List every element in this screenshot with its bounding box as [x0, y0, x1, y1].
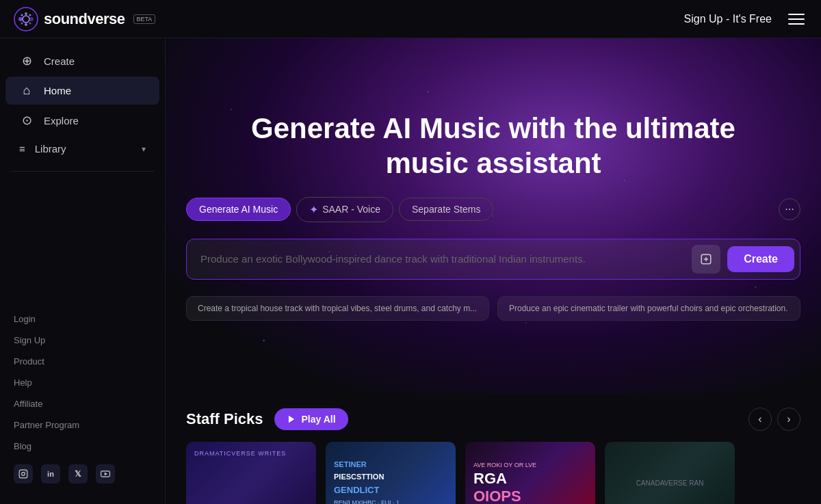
svg-point-4 [25, 12, 27, 15]
chevron-left-icon: ‹ [758, 413, 761, 425]
music-card-4[interactable]: CANADAVERSE RAN [605, 442, 735, 504]
tabs-row: Generate AI Music ✦ SAAR - Voice Separat… [186, 197, 800, 222]
sidebar-item-library[interactable]: ≡ Library ▾ [5, 136, 159, 161]
more-dots-icon: ··· [785, 203, 794, 215]
hamburger-line-3 [788, 23, 805, 25]
sidebar: ⊕ Create ⌂ Home ⊙ Explore ≡ Library ▾ Lo… [0, 38, 166, 504]
svg-point-7 [29, 14, 31, 16]
sidebar-item-home[interactable]: ⌂ Home [5, 77, 159, 105]
svg-point-2 [23, 16, 29, 23]
sidebar-explore-label: Explore [44, 115, 79, 127]
attachment-icon [700, 253, 712, 265]
hamburger-line-2 [788, 18, 805, 20]
svg-marker-16 [288, 416, 294, 423]
play-icon [287, 414, 296, 424]
create-button[interactable]: Create [727, 246, 794, 272]
main-content: Generate AI Music with the ultimate musi… [166, 38, 821, 504]
svg-point-3 [29, 17, 34, 21]
create-icon: ⊕ [19, 53, 34, 68]
home-icon: ⌂ [19, 83, 34, 98]
nav-right: Sign Up - It's Free [684, 11, 807, 27]
sidebar-link-partner[interactable]: Partner Program [0, 415, 165, 435]
hamburger-menu[interactable] [785, 11, 807, 27]
svg-point-8 [21, 22, 23, 24]
sidebar-link-product[interactable]: Product [0, 352, 165, 371]
library-icon: ≡ [19, 143, 25, 155]
music-card-1[interactable]: DRAMATICVERSE WRITES PORTUPIR TILINE [186, 442, 316, 504]
youtube-icon[interactable] [96, 464, 115, 483]
hero-section: Generate AI Music with the ultimate musi… [166, 38, 821, 394]
svg-marker-14 [105, 473, 107, 476]
hamburger-line-1 [788, 14, 805, 15]
logo-area: soundverseBETA [14, 7, 155, 31]
staff-picks-title: Staff Picks [186, 410, 263, 428]
instagram-icon[interactable] [14, 464, 33, 483]
music-card-2[interactable]: SETINER PIESCSTTION GENDLICT REN/LMXIHBC… [326, 442, 456, 504]
library-chevron-icon: ▾ [142, 144, 146, 154]
staff-picks-header: Staff Picks Play All ‹ › [186, 408, 800, 431]
explore-icon: ⊙ [19, 113, 34, 128]
sidebar-item-create[interactable]: ⊕ Create [5, 47, 159, 75]
attachment-button[interactable] [692, 245, 720, 274]
suggestion-chip-2[interactable]: Produce an epic cinematic trailer with p… [497, 296, 800, 321]
sidebar-link-signup[interactable]: Sign Up [0, 330, 165, 350]
prompt-input[interactable] [200, 252, 685, 267]
sidebar-library-label: Library [35, 143, 66, 155]
svg-point-9 [29, 22, 31, 24]
nav-arrows: ‹ › [748, 408, 800, 431]
logo-text: soundverse [44, 10, 125, 28]
linkedin-icon[interactable]: in [41, 464, 60, 483]
svg-point-1 [18, 17, 23, 21]
svg-rect-10 [19, 470, 27, 478]
sidebar-item-explore[interactable]: ⊙ Explore [5, 106, 159, 135]
svg-point-6 [21, 14, 23, 16]
sidebar-create-label: Create [44, 55, 75, 67]
play-all-button[interactable]: Play All [274, 408, 348, 430]
twitter-icon[interactable]: 𝕏 [68, 464, 88, 483]
sidebar-divider [11, 171, 154, 172]
play-all-label: Play All [302, 414, 336, 425]
tab-separate-stems[interactable]: Separate Stems [399, 198, 493, 221]
app-layout: ⊕ Create ⌂ Home ⊙ Explore ≡ Library ▾ Lo… [0, 38, 821, 504]
sidebar-socials: in 𝕏 [0, 457, 165, 490]
sidebar-link-login[interactable]: Login [0, 309, 165, 329]
tab-saar-voice[interactable]: ✦ SAAR - Voice [296, 197, 393, 222]
sidebar-home-label: Home [44, 85, 71, 96]
svg-point-12 [25, 471, 26, 472]
top-nav: soundverseBETA Sign Up - It's Free [0, 0, 821, 38]
suggestions-row: Create a tropical house track with tropi… [186, 296, 800, 321]
sidebar-top: ⊕ Create ⌂ Home ⊙ Explore ≡ Library ▾ [0, 47, 165, 180]
tab-generate-ai-music[interactable]: Generate AI Music [186, 198, 291, 221]
suggestion-chip-1[interactable]: Create a tropical house track with tropi… [186, 296, 489, 321]
svg-point-0 [14, 8, 38, 31]
hero-content: Generate AI Music with the ultimate musi… [166, 111, 821, 321]
sidebar-link-help[interactable]: Help [0, 373, 165, 393]
music-card-3[interactable]: AVE ROKI OY OR LVE RGA OIOPS [465, 442, 595, 504]
svg-point-11 [22, 473, 25, 476]
soundverse-logo-icon [14, 7, 38, 31]
next-arrow-button[interactable]: › [777, 408, 800, 431]
sidebar-link-blog[interactable]: Blog [0, 436, 165, 456]
prompt-input-row: Create [186, 239, 800, 280]
beta-label: BETA [133, 14, 156, 24]
cards-row: DRAMATICVERSE WRITES PORTUPIR TILINE SET… [186, 442, 800, 504]
prev-arrow-button[interactable]: ‹ [748, 408, 772, 431]
spark-icon: ✦ [309, 203, 318, 216]
tab-more-button[interactable]: ··· [779, 198, 800, 220]
sidebar-link-affiliate[interactable]: Affiliate [0, 394, 165, 414]
staff-picks-section: Staff Picks Play All ‹ › [166, 394, 821, 504]
sidebar-bottom: Login Sign Up Product Help Affiliate Par… [0, 309, 165, 496]
chevron-right-icon: › [787, 413, 790, 425]
tab-saar-voice-label: SAAR - Voice [322, 204, 380, 215]
sign-up-link[interactable]: Sign Up - It's Free [684, 13, 772, 25]
svg-point-5 [25, 23, 27, 26]
hero-title: Generate AI Music with the ultimate musi… [220, 111, 767, 181]
